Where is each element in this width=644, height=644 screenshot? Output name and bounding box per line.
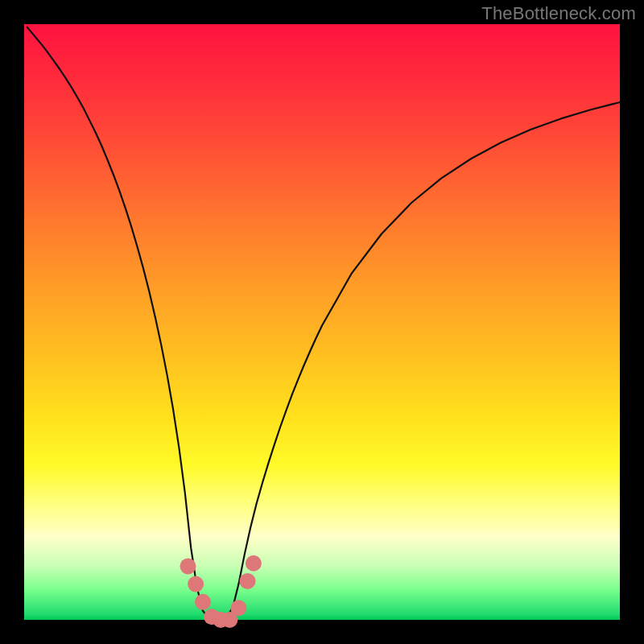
marker-group [180,555,262,628]
curve-marker [230,600,246,616]
watermark-text: TheBottleneck.com [481,3,636,24]
chart-frame: TheBottleneck.com [0,0,644,644]
chart-svg [24,24,620,620]
curve-marker [188,576,204,592]
curve-marker [195,594,211,610]
curve-marker [180,558,196,574]
bottleneck-curve [27,27,620,620]
plot-area [24,24,620,620]
curve-marker [240,573,256,589]
curve-marker [246,555,262,572]
